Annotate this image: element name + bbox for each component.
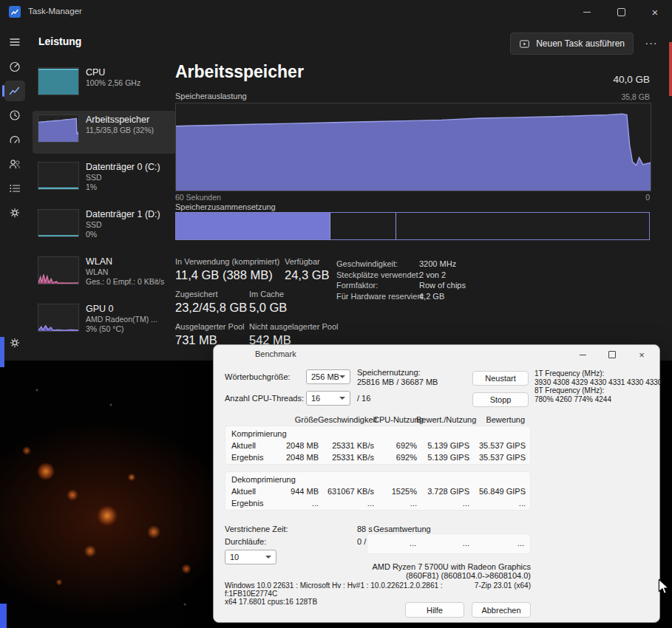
value-cell: ... (319, 497, 374, 509)
minimize-button[interactable] (570, 0, 604, 24)
col-rating-usage: Bewert./Nutzung (416, 415, 469, 424)
page-title: Leistung (38, 35, 81, 47)
value-cell: ... (469, 497, 526, 509)
cancel-label: Abbrechen (481, 606, 520, 615)
benchmark-maximize-button[interactable] (597, 345, 627, 364)
value-cell: 35.537 GIPS (469, 451, 526, 463)
perf-item-sub: SSD (86, 173, 160, 182)
row-label: Ergebnis (231, 497, 271, 509)
screen: Task-Manager × Leistung Neuen Task ausfü… (0, 0, 672, 628)
value-cell: 2048 MB (271, 451, 319, 463)
freq-1t-label: 1T Frequency (MHz): (534, 369, 604, 378)
kv-label: Steckplätze verwendet: (336, 270, 419, 281)
app-history-icon (8, 109, 21, 122)
benchmark-dialog: Benchmark × Wörterbuchgröße: 256 MB Spei… (213, 344, 660, 623)
cancel-button[interactable]: Abbrechen (472, 602, 531, 618)
perf-item-title: Datenträger 1 (D:) (86, 209, 160, 220)
memory-usage-value: 25816 MB / 36687 MB (357, 378, 438, 386)
perf-item-sub2: 0% (86, 230, 160, 239)
usage-chart-max: 35,8 GB (621, 92, 650, 101)
system-info-line1: Windows 10.0 22631 : Microsoft Hv : Hv#1… (225, 581, 443, 590)
decompression-label: Dekomprimierung (231, 474, 524, 485)
passes-label: Durchläufe: (225, 537, 266, 546)
kv-label: Formfaktor: (336, 280, 419, 291)
chevron-down-icon (339, 375, 345, 378)
perf-item-gpu[interactable]: GPU 0 AMD Radeon(TM) ... 3% (50 °C) (33, 300, 176, 343)
memory-capacity: 40,0 GB (613, 74, 650, 85)
task-manager-titlebar[interactable]: Task-Manager × (0, 0, 672, 24)
perf-item-sub2: 3% (50 °C) (86, 324, 157, 334)
value-cell: 25331 KB/s (319, 451, 374, 463)
nav-processes[interactable] (4, 56, 25, 77)
hardware-details: Geschwindigkeit:3200 MHz Steckplätze ver… (336, 259, 466, 301)
more-options-button[interactable]: ··· (639, 33, 663, 53)
composition-free-segment (396, 213, 649, 239)
perf-item-cpu[interactable]: CPU 100% 2,56 GHz (33, 64, 176, 106)
perf-item-sub: SSD (86, 220, 160, 230)
dictionary-size-dropdown[interactable]: 256 MB (306, 369, 350, 384)
stat-value: 11,4 GB (388 MB) (175, 268, 279, 282)
table-row: Ergebnis 2048 MB 25331 KB/s 692% 5.139 G… (231, 451, 524, 463)
nav-users[interactable] (4, 154, 25, 174)
passes-dropdown[interactable]: 10 (225, 550, 276, 564)
background-window-sliver-blue-bottom (0, 604, 7, 628)
stat-label: In Verwendung (komprimiert) (175, 257, 279, 266)
stop-button[interactable]: Stopp (472, 392, 529, 407)
window-title: Task-Manager (28, 7, 82, 16)
perf-item-sub: AMD Radeon(TM) ... (86, 315, 157, 324)
stat-committed: Zugesichert 23,2/45,8 GB (175, 290, 247, 315)
services-icon (8, 206, 21, 219)
benchmark-close-button[interactable]: × (627, 345, 656, 364)
table-row: Aktuell 2048 MB 25331 KB/s 692% 5.139 GI… (231, 440, 524, 451)
gpu-mini-graph (38, 304, 79, 332)
nav-startup-apps[interactable] (4, 129, 25, 150)
perf-item-memory[interactable]: Arbeitsspeicher 11,5/35,8 GB (32%) (33, 111, 176, 154)
system-info-line3: x64 17.6801 cpus:16 128TB (225, 598, 317, 606)
close-button[interactable]: × (638, 0, 672, 24)
stop-label: Stopp (490, 395, 512, 404)
nav-performance[interactable] (4, 81, 25, 101)
cpu-threads-dropdown[interactable]: 16 (306, 391, 350, 406)
maximize-button[interactable] (604, 0, 638, 24)
benchmark-table-header: Größe Geschwindigkeit CPU-Nutzung Bewert… (231, 415, 526, 424)
benchmark-titlebar[interactable]: Benchmark × (214, 345, 659, 364)
composition-modified-segment (330, 213, 397, 239)
stat-cached: Im Cache 5,0 GB (249, 290, 287, 315)
perf-item-sub2: 1% (86, 182, 160, 192)
stat-value: 23,2/45,8 GB (175, 301, 247, 315)
stat-label: Im Cache (249, 290, 287, 298)
stat-in-use: In Verwendung (komprimiert) 11,4 GB (388… (175, 257, 279, 282)
perf-item-wlan[interactable]: WLAN WLAN Ges.: 0 Empf.: 0 KBit/s (33, 253, 176, 296)
col-speed: Geschwindigkeit (318, 415, 373, 424)
value-cell: ... (374, 497, 417, 509)
perf-item-disk0[interactable]: Datenträger 0 (C:) SSD 1% (33, 158, 176, 201)
value-cell: ... (271, 497, 319, 509)
restart-button[interactable]: Neustart (472, 371, 529, 386)
value-cell: 5.139 GIPS (417, 440, 469, 451)
help-button[interactable]: Hilfe (405, 602, 464, 618)
value-cell: 5.139 GIPS (417, 451, 469, 463)
menu-button[interactable] (4, 32, 25, 52)
nav-services[interactable] (4, 202, 25, 223)
time-axis-left: 60 Sekunden (175, 193, 221, 202)
perf-item-sub2: Ges.: 0 Empf.: 0 KBit/s (86, 277, 164, 287)
kv-value: 4,2 GB (419, 291, 444, 302)
task-manager-window: Task-Manager × Leistung Neuen Task ausfü… (0, 0, 672, 361)
minimize-icon (580, 355, 586, 355)
nav-app-history[interactable] (4, 105, 25, 126)
settings-button[interactable] (4, 332, 25, 353)
benchmark-minimize-button[interactable] (568, 345, 597, 364)
benchmark-title: Benchmark (255, 349, 296, 358)
perf-item-disk1[interactable]: Datenträger 1 (D:) SSD 0% (33, 205, 176, 248)
freq-8t-value: 780% 4260 774% 4244 (534, 395, 611, 403)
stat-label: Verfügbar (285, 257, 330, 266)
nav-details[interactable] (4, 178, 25, 199)
gear-icon (8, 336, 21, 349)
total-rating-label: Gesamtwertung (373, 525, 431, 533)
stat-paged-pool: Ausgelagerter Pool 731 MB (175, 322, 245, 347)
compression-group: Komprimierung Aktuell 2048 MB 25331 KB/s… (225, 426, 531, 465)
perf-item-sub: 11,5/35,8 GB (32%) (86, 126, 154, 135)
hamburger-icon (8, 35, 21, 49)
run-new-task-button[interactable]: Neuen Task ausführen (510, 33, 634, 55)
memory-usage-chart (175, 103, 651, 191)
